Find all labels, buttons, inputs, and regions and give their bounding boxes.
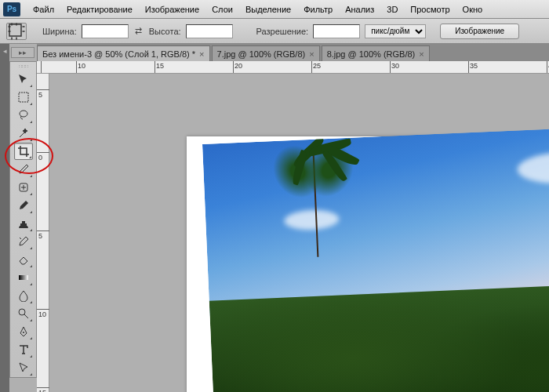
eraser-tool-icon[interactable]	[14, 251, 33, 268]
height-input[interactable]	[186, 24, 233, 38]
close-icon[interactable]: ×	[199, 49, 204, 59]
width-input[interactable]	[82, 24, 129, 38]
history-brush-tool-icon[interactable]	[14, 233, 33, 250]
svg-point-6	[23, 332, 24, 333]
tab-label: 7.jpg @ 100% (RGB/8)	[217, 49, 306, 59]
units-select[interactable]: пикс/дюйм	[365, 24, 426, 38]
dodge-tool-icon[interactable]	[14, 305, 33, 322]
canvas-area[interactable]	[49, 74, 549, 392]
svg-point-5	[19, 309, 25, 315]
menu-edit[interactable]: Редактирование	[60, 2, 139, 16]
blur-tool-icon[interactable]	[14, 287, 33, 304]
collapse-toolbox-icon[interactable]: ▸▸	[11, 47, 35, 58]
menu-bar: Ps Файл Редактирование Изображение Слои …	[0, 0, 549, 19]
document-tab-strip: Без имени-3 @ 50% (Слой 1, RGB/8) * × 7.…	[37, 44, 549, 61]
clone-stamp-tool-icon[interactable]	[14, 215, 33, 232]
close-icon[interactable]: ×	[309, 49, 314, 59]
menu-window[interactable]: Окно	[456, 2, 489, 16]
toolbox: ∷∷∷	[9, 61, 37, 378]
lasso-tool-icon[interactable]	[14, 107, 33, 124]
toolbox-grip[interactable]: ∷∷∷	[10, 64, 36, 70]
gradient-tool-icon[interactable]	[14, 269, 33, 286]
type-tool-icon[interactable]	[14, 341, 33, 358]
menu-layers[interactable]: Слои	[205, 2, 239, 16]
front-image-button[interactable]: Изображение	[440, 24, 519, 39]
marquee-tool-icon[interactable]	[14, 89, 33, 106]
options-bar: Ширина: ⇄ Высота: Разрешение: пикс/дюйм …	[0, 19, 549, 44]
height-label: Высота:	[149, 27, 181, 36]
svg-rect-0	[9, 24, 21, 36]
tab-8jpg[interactable]: 8.jpg @ 100% (RGB/8) ×	[322, 45, 430, 61]
svg-point-2	[20, 111, 27, 117]
menu-3d[interactable]: 3D	[380, 2, 404, 16]
tab-label: Без имени-3 @ 50% (Слой 1, RGB/8) *	[42, 49, 195, 59]
menu-image[interactable]: Изображение	[139, 2, 205, 16]
menu-select[interactable]: Выделение	[239, 2, 297, 16]
brush-tool-icon[interactable]	[14, 197, 33, 214]
placed-image[interactable]	[202, 124, 549, 392]
app-logo: Ps	[3, 2, 20, 16]
svg-rect-1	[19, 93, 28, 102]
path-select-tool-icon[interactable]	[14, 359, 33, 376]
healing-brush-tool-icon[interactable]	[14, 179, 33, 196]
swap-dimensions-icon[interactable]: ⇄	[133, 26, 144, 37]
move-tool-icon[interactable]	[14, 71, 33, 88]
active-tool-preset[interactable]	[6, 23, 27, 40]
menu-filter[interactable]: Фильтр	[297, 2, 339, 16]
panel-collapse-strip[interactable]: ◂	[0, 44, 9, 392]
resolution-label: Разрешение:	[256, 27, 309, 36]
crop-tool-icon[interactable]	[14, 143, 33, 160]
menu-analysis[interactable]: Анализ	[339, 2, 380, 16]
resolution-input[interactable]	[313, 24, 360, 38]
close-icon[interactable]: ×	[419, 49, 424, 59]
svg-rect-4	[19, 275, 28, 280]
pen-tool-icon[interactable]	[14, 323, 33, 340]
tab-7jpg[interactable]: 7.jpg @ 100% (RGB/8) ×	[212, 45, 320, 61]
menu-view[interactable]: Просмотр	[404, 2, 456, 16]
magic-wand-tool-icon[interactable]	[14, 125, 33, 142]
horizontal-ruler: 10152025303540	[37, 61, 549, 74]
menu-file[interactable]: Файл	[27, 2, 60, 16]
tab-untitled-3[interactable]: Без имени-3 @ 50% (Слой 1, RGB/8) * ×	[37, 45, 210, 61]
eyedropper-tool-icon[interactable]	[14, 161, 33, 178]
width-label: Ширина:	[42, 27, 77, 36]
vertical-ruler: 5051015	[37, 74, 49, 392]
tab-label: 8.jpg @ 100% (RGB/8)	[327, 49, 416, 59]
